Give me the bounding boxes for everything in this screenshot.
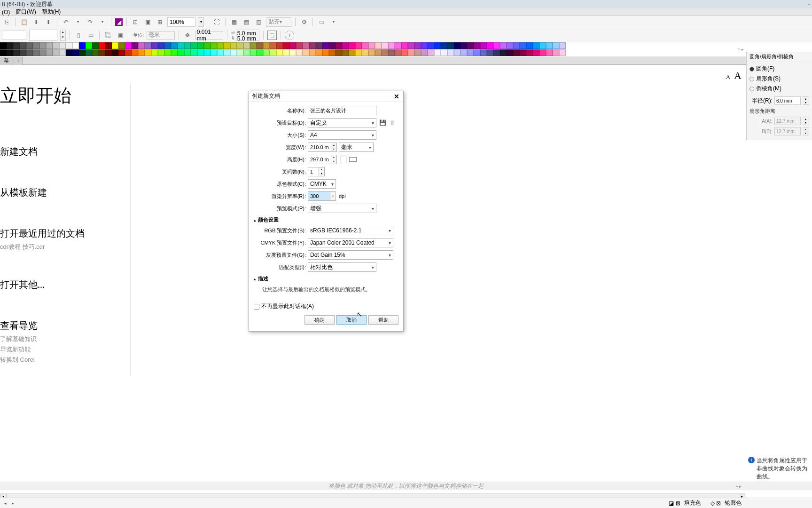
color-swatch[interactable]: [546, 42, 553, 49]
color-swatch[interactable]: [7, 49, 13, 56]
width-unit-select[interactable]: 毫米: [339, 143, 374, 152]
color-swatch[interactable]: [72, 49, 79, 56]
color-swatch[interactable]: [191, 42, 197, 49]
color-swatch[interactable]: [322, 49, 329, 56]
color-swatch[interactable]: [204, 42, 211, 49]
color-swatch[interactable]: [434, 49, 441, 56]
color-swatch[interactable]: [382, 42, 388, 49]
portrait-icon[interactable]: ▯: [74, 31, 83, 40]
grid-icon[interactable]: ▦: [229, 17, 239, 27]
link-whats-new[interactable]: 导览新功能: [0, 345, 812, 354]
font-small-icon[interactable]: A: [726, 73, 730, 81]
color-swatch[interactable]: [39, 42, 46, 49]
height-input[interactable]: [308, 155, 331, 164]
fullscreen-icon[interactable]: ⛶: [212, 17, 221, 27]
cancel-button[interactable]: 取消: [336, 315, 367, 325]
color-swatch[interactable]: [79, 49, 86, 56]
treat-as-filled-icon[interactable]: ⬚: [267, 31, 277, 40]
color-swatch[interactable]: [197, 49, 204, 56]
layout-dropdown-icon[interactable]: ▾: [329, 17, 338, 27]
color-swatch[interactable]: [375, 42, 382, 49]
all-pages-icon[interactable]: ⿻: [103, 31, 113, 40]
color-swatch[interactable]: [513, 49, 520, 56]
width-spinner[interactable]: ▴▾: [331, 143, 337, 152]
redo-icon[interactable]: ↷: [86, 17, 95, 27]
color-swatch[interactable]: [118, 42, 125, 49]
spinner-up-icon[interactable]: ▴: [60, 30, 66, 35]
color-swatch[interactable]: [211, 49, 217, 56]
color-swatch[interactable]: [368, 42, 375, 49]
color-swatch[interactable]: [329, 49, 336, 56]
color-swatch[interactable]: [474, 42, 480, 49]
link-switch-corel[interactable]: 转换到 Corel: [0, 356, 812, 364]
color-swatch[interactable]: [46, 42, 53, 49]
link-tour[interactable]: 查看导览: [0, 319, 812, 332]
nudge-input[interactable]: 0.001 mm: [195, 31, 223, 40]
color-swatch[interactable]: [243, 42, 250, 49]
color-swatch[interactable]: [191, 49, 197, 56]
copy-icon[interactable]: ⎘: [2, 17, 11, 27]
color-swatch[interactable]: [164, 42, 171, 49]
color-swatch[interactable]: [441, 49, 447, 56]
width-input[interactable]: [308, 143, 331, 152]
import-icon[interactable]: ⬇: [31, 17, 41, 27]
gray-profile-select[interactable]: Dot Gain 15%: [308, 250, 393, 260]
color-swatch[interactable]: [533, 42, 539, 49]
color-swatch[interactable]: [257, 49, 263, 56]
color-swatch[interactable]: [408, 42, 414, 49]
nudge-icon[interactable]: ✥: [183, 31, 192, 40]
color-swatch[interactable]: [250, 42, 257, 49]
color-swatch[interactable]: [461, 49, 467, 56]
color-swatch[interactable]: [349, 42, 355, 49]
color-swatch[interactable]: [283, 49, 289, 56]
menu-window[interactable]: 窗口(W): [16, 8, 36, 16]
color-swatch[interactable]: [289, 42, 296, 49]
color-swatch[interactable]: [20, 49, 26, 56]
color-swatch[interactable]: [533, 49, 539, 56]
color-swatch[interactable]: [250, 49, 257, 56]
color-swatch[interactable]: [461, 42, 467, 49]
palette-more-icon[interactable]: » ▸: [738, 47, 744, 52]
color-swatch[interactable]: [224, 42, 230, 49]
color-swatch[interactable]: [507, 49, 513, 56]
zoom-tool-icon[interactable]: ⊡: [131, 17, 140, 27]
unit-dropdown[interactable]: 毫米: [147, 31, 175, 40]
color-swatch[interactable]: [414, 42, 421, 49]
color-swatch[interactable]: [480, 42, 487, 49]
color-swatch[interactable]: [151, 42, 158, 49]
color-swatch[interactable]: [204, 49, 211, 56]
color-swatch[interactable]: [493, 42, 500, 49]
pages-spinner[interactable]: ▴▾: [319, 167, 325, 176]
color-swatch[interactable]: [447, 42, 454, 49]
cmyk-profile-select[interactable]: Japan Color 2001 Coated: [308, 238, 393, 247]
preset-select[interactable]: 自定义: [308, 118, 376, 127]
outline-indicator-icon[interactable]: ◇ ⊠: [710, 500, 721, 507]
color-swatch[interactable]: [125, 49, 132, 56]
radio-scallop[interactable]: [750, 77, 754, 81]
color-swatch[interactable]: [309, 42, 316, 49]
color-swatch[interactable]: [559, 42, 566, 49]
color-swatch[interactable]: [33, 49, 39, 56]
color-swatch[interactable]: [237, 49, 243, 56]
color-swatch[interactable]: [86, 49, 92, 56]
paste-icon[interactable]: 📋: [19, 17, 29, 27]
page-prev-icon[interactable]: ◂: [2, 500, 8, 507]
color-swatch[interactable]: [66, 42, 72, 49]
landscape-icon[interactable]: ▭: [86, 31, 95, 40]
color-swatch[interactable]: [421, 42, 428, 49]
dont-show-checkbox[interactable]: [254, 304, 259, 310]
color-swatch[interactable]: [487, 49, 493, 56]
color-swatch[interactable]: [553, 42, 559, 49]
zoom-dropdown-icon[interactable]: ▾: [198, 17, 204, 27]
color-swatch[interactable]: [467, 42, 474, 49]
font-large-icon[interactable]: A: [734, 70, 742, 82]
color-swatch[interactable]: [526, 42, 533, 49]
save-preset-icon[interactable]: 💾: [378, 119, 387, 127]
color-swatch[interactable]: [493, 49, 500, 56]
help-button[interactable]: 帮助: [368, 315, 398, 325]
color-swatch[interactable]: [86, 42, 92, 49]
link-basics[interactable]: 了解基础知识: [0, 335, 812, 343]
color-swatch[interactable]: [382, 49, 388, 56]
zoom-input[interactable]: 100%: [167, 17, 195, 27]
menu-help[interactable]: 帮助(H): [42, 8, 61, 16]
